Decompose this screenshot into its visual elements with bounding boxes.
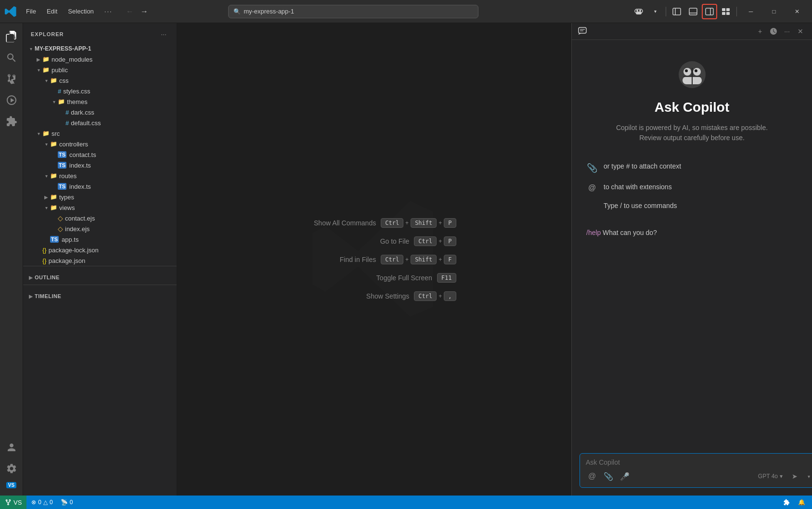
activity-explorer[interactable] [2, 27, 21, 46]
menu-file[interactable]: File [21, 6, 41, 17]
tree-index-ts-routes[interactable]: ▶ TS index.ts [23, 181, 177, 192]
copilot-attach-btn[interactable]: 📎 [602, 470, 615, 483]
copilot-input-box: @ 📎 🎤 GPT 4o ▾ ➤ ▾ [580, 453, 812, 488]
tree-root[interactable]: ▾ MY-EXPRESS-APP-1 [23, 43, 177, 54]
copilot-add-btn[interactable]: + [754, 26, 766, 37]
warning-count: 0 [50, 499, 53, 506]
tree-routes[interactable]: ▾ 📁 routes [23, 170, 177, 181]
tree-default-css[interactable]: ▶ # default.css [23, 117, 177, 128]
tree-themes[interactable]: ▾ 📁 themes [23, 96, 177, 107]
key-ctrl2: Ctrl [414, 236, 437, 246]
forward-button[interactable]: → [138, 5, 151, 18]
svg-rect-13 [726, 12, 730, 15]
activity-source-control[interactable] [2, 69, 21, 89]
menu-edit[interactable]: Edit [42, 6, 62, 17]
types-label: types [59, 194, 74, 201]
svg-rect-14 [579, 27, 586, 33]
status-broadcast[interactable]: 📡 0 [58, 496, 76, 509]
copilot-more-btn[interactable]: ··· [781, 26, 793, 37]
close-button[interactable]: ✕ [786, 0, 808, 23]
activity-run[interactable] [2, 91, 21, 110]
toggle-panel-btn[interactable] [685, 4, 701, 19]
activity-extensions[interactable] [2, 112, 21, 131]
svg-rect-6 [689, 8, 697, 15]
status-extensions-btn[interactable] [781, 496, 793, 509]
tree-node-modules[interactable]: ▶ 📁 node_modules [23, 54, 177, 65]
json-file-icon: {} [42, 247, 47, 254]
tree-dark-css[interactable]: ▶ # dark.css [23, 107, 177, 117]
tree-controllers[interactable]: ▾ 📁 controllers [23, 139, 177, 149]
ts-file-icon: TS [58, 162, 66, 169]
copilot-tip-attach: 📎 or type # to attach context [586, 162, 798, 173]
copilot-close-btn[interactable]: ✕ [795, 26, 806, 37]
tree-package-json[interactable]: ▶ {} package.json [23, 255, 177, 266]
copilot-mic-btn[interactable]: 🎤 [619, 470, 631, 483]
folder-icon: 📁 [50, 194, 57, 200]
search-bar[interactable]: 🔍 my-express-app-1 [228, 5, 478, 18]
maximize-button[interactable]: □ [763, 0, 785, 23]
activity-accounts[interactable] [2, 438, 21, 457]
tree-index-ejs[interactable]: ▶ ◇ index.ejs [23, 223, 177, 234]
model-label: GPT 4o [758, 473, 778, 480]
send-dropdown-btn[interactable]: ▾ [804, 470, 812, 483]
copilot-input-field[interactable] [586, 458, 812, 466]
tip-at-text: to chat with extensions [604, 183, 672, 191]
folder-icon: 📁 [42, 66, 50, 73]
status-git-branch[interactable]: VS [0, 496, 26, 509]
git-icon [5, 499, 12, 506]
toggle-secondpanel-btn[interactable] [702, 4, 717, 19]
menu-selection[interactable]: Selection [63, 6, 98, 17]
svg-point-21 [685, 69, 688, 72]
toggle-sidebar-btn[interactable] [669, 4, 684, 19]
copilot-icon-btn[interactable] [631, 4, 646, 19]
tree-styles-css[interactable]: ▶ # styles.css [23, 86, 177, 96]
tree-contact-ts[interactable]: ▶ TS contact.ts [23, 149, 177, 160]
shortcut-file-keys: Ctrl + P [414, 236, 456, 246]
model-dropdown-icon: ▾ [780, 473, 783, 480]
tree-package-lock[interactable]: ▶ {} package-lock.json [23, 245, 177, 255]
copilot-history-btn[interactable] [768, 26, 779, 37]
menu-more[interactable]: ··· [100, 6, 117, 17]
activity-search[interactable] [2, 48, 21, 67]
key-sep5: + [438, 256, 442, 263]
outline-label: OUTLINE [35, 274, 60, 280]
key-shift2: Shift [411, 255, 437, 264]
tree-contact-ejs[interactable]: ▶ ◇ contact.ejs [23, 213, 177, 223]
routes-label: routes [59, 172, 77, 180]
nav-buttons: ← → [123, 5, 151, 18]
minimize-button[interactable]: ─ [740, 0, 762, 23]
back-button[interactable]: ← [123, 5, 137, 18]
ts-file-icon: TS [58, 151, 66, 158]
copilot-dropdown-btn[interactable]: ▾ [647, 4, 663, 19]
menu-bar: File Edit Selection ··· [21, 6, 117, 17]
app-logo [4, 5, 17, 18]
model-selector[interactable]: GPT 4o ▾ [755, 472, 786, 481]
tree-types[interactable]: ▶ 📁 types [23, 192, 177, 202]
copilot-header-right: + ··· ✕ [754, 26, 806, 37]
copilot-at-btn[interactable]: @ [586, 470, 598, 483]
tree-app-ts[interactable]: ▶ TS app.ts [23, 234, 177, 245]
tree-src[interactable]: ▾ 📁 src [23, 128, 177, 139]
index-ts-ctrl-label: index.ts [69, 162, 91, 169]
activity-settings[interactable] [2, 459, 21, 478]
shortcut-settings-label: Show Settings [332, 292, 409, 300]
key-sep6: + [438, 293, 442, 300]
tree-css[interactable]: ▾ 📁 css [23, 75, 177, 86]
copilot-subtitle: Copilot is powered by AI, so mistakes ar… [616, 123, 768, 143]
activity-bar: VS [0, 23, 23, 496]
layout-options-btn[interactable] [718, 4, 734, 19]
send-btn[interactable]: ➤ [788, 470, 801, 483]
timeline-header[interactable]: ▶ TIMELINE [23, 291, 177, 301]
node-modules-label: node_modules [52, 56, 92, 63]
outline-header[interactable]: ▶ OUTLINE [23, 272, 177, 283]
styles-css-label: styles.css [63, 88, 90, 95]
status-notifications[interactable]: 🔔 [795, 496, 808, 509]
tree-public[interactable]: ▾ 📁 public [23, 65, 177, 75]
main-layout: VS EXPLORER ··· ▾ MY-EXPRESS-APP-1 ▶ 📁 n… [0, 23, 812, 496]
key-sep4: + [405, 256, 409, 263]
tree-views[interactable]: ▾ 📁 views [23, 202, 177, 213]
src-label: src [52, 130, 60, 137]
status-errors[interactable]: ⊗ 0 △ 0 [28, 496, 55, 509]
sidebar-more-btn[interactable]: ··· [158, 29, 169, 39]
tree-index-ts-ctrl[interactable]: ▶ TS index.ts [23, 160, 177, 170]
